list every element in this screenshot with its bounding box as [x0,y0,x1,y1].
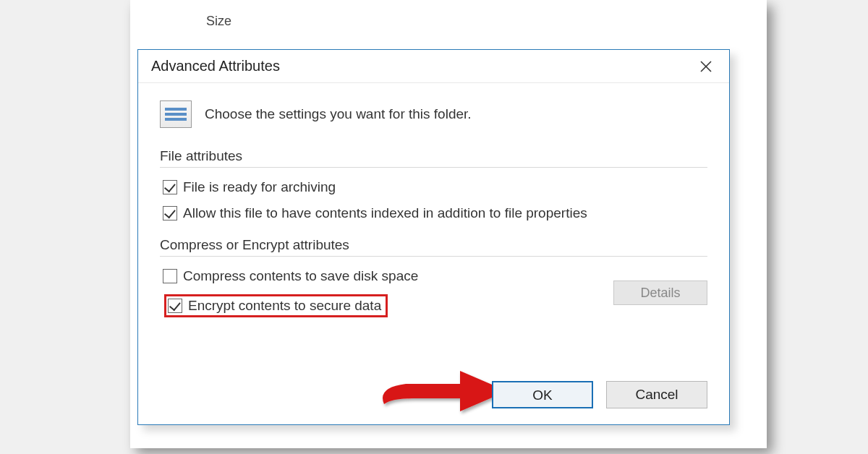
cancel-button[interactable]: Cancel [606,381,707,408]
file-attributes-group: File attributes File is ready for archiv… [160,148,707,221]
compress-checkbox[interactable] [163,269,177,283]
file-attributes-label: File attributes [160,148,707,164]
compress-encrypt-label: Compress or Encrypt attributes [160,237,707,253]
compress-encrypt-rows: Compress contents to save disk space Enc… [160,268,707,317]
index-checkbox-row: Allow this file to have contents indexed… [160,205,707,221]
encrypt-checkbox[interactable] [168,299,182,313]
intro-text: Choose the settings you want for this fo… [205,106,472,122]
details-button: Details [613,280,707,305]
index-checkbox-label[interactable]: Allow this file to have contents indexed… [183,205,587,221]
compress-checkbox-label[interactable]: Compress contents to save disk space [183,268,418,284]
encrypt-highlight: Encrypt contents to secure data [164,294,388,317]
compress-checkbox-row: Compress contents to save disk space [160,268,613,284]
intro-row: Choose the settings you want for this fo… [160,100,707,128]
archive-checkbox[interactable] [163,180,177,194]
group-divider [160,167,707,168]
encrypt-checkbox-label[interactable]: Encrypt contents to secure data [188,298,381,314]
dialog-title: Advanced Attributes [151,58,280,74]
close-button[interactable] [693,53,719,80]
archive-checkbox-label[interactable]: File is ready for archiving [183,179,336,195]
group-divider [160,256,707,257]
encrypt-checkbox-row: Encrypt contents to secure data [160,294,613,317]
dialog-body: Choose the settings you want for this fo… [138,83,729,346]
close-icon [699,60,712,73]
ok-button[interactable]: OK [492,381,593,408]
dialog-button-row: OK Cancel [492,381,707,408]
parent-window: Size Advanced Attributes Choose the sett… [130,0,767,448]
index-checkbox[interactable] [163,206,177,220]
folder-settings-icon [160,100,192,128]
compress-encrypt-group: Compress or Encrypt attributes Compress … [160,237,707,317]
advanced-attributes-dialog: Advanced Attributes Choose the settings … [137,49,730,425]
archive-checkbox-row: File is ready for archiving [160,179,707,195]
dialog-titlebar: Advanced Attributes [138,50,729,83]
column-header-size[interactable]: Size [195,6,242,37]
